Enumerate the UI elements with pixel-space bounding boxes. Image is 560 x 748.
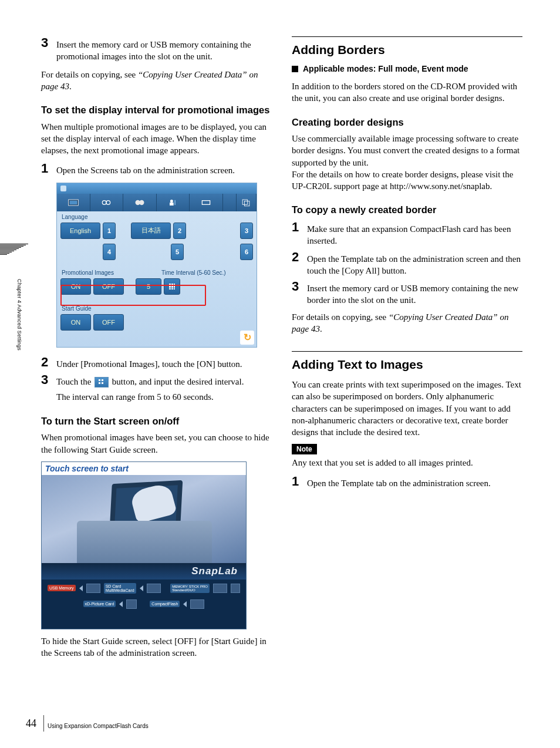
lang-slot-2: 2 <box>173 223 186 239</box>
body-text: To hide the Start Guide screen, select [… <box>41 635 272 659</box>
footer-section-title: Using Expansion CompactFlash Cards <box>48 718 149 729</box>
lang-slot-1: 1 <box>103 223 116 239</box>
lang-slot-3: 3 <box>240 223 253 239</box>
admin-tab-row <box>57 194 257 211</box>
text: Touch the <box>56 377 93 386</box>
start-guide-on-button: ON <box>60 314 91 331</box>
heading-adding-text: Adding Text to Images <box>292 355 522 372</box>
step-text: Touch the button, and input the desired … <box>56 373 272 388</box>
step-text: Open the Screens tab on the administrati… <box>56 162 272 176</box>
svg-point-3 <box>106 200 110 204</box>
page-number: 44 <box>26 717 40 730</box>
snaplab-logo: SnapLab <box>42 563 246 579</box>
svg-rect-9 <box>202 200 210 204</box>
note-badge: Note <box>292 444 317 454</box>
start-guide-off-button: OFF <box>93 314 124 331</box>
svg-rect-7 <box>170 203 174 205</box>
step-text: Open the Template tab on the administrat… <box>307 251 522 277</box>
lock-icon <box>60 186 66 191</box>
body-text: When promotional images have been set, y… <box>41 432 272 456</box>
modes-text: Applicable modes: Full mode, Event mode <box>303 64 468 73</box>
tab-copy-icon <box>237 194 257 211</box>
svg-point-5 <box>139 200 144 204</box>
tab-user-icon <box>157 194 190 211</box>
body-text: The interval can range from 5 to 60 seco… <box>56 391 272 403</box>
heading-creating-border: Creating border designs <box>292 116 522 129</box>
step-number: 3 <box>41 36 56 63</box>
step-text: Make sure that an expansion CompactFlash… <box>307 221 522 247</box>
body-text: Use commercially available image process… <box>292 133 522 192</box>
touch-to-start-label: Touch screen to start <box>42 462 246 475</box>
japanese-button: 日本語 <box>131 223 171 239</box>
heading-start-screen: To turn the Start screen on/off <box>41 415 272 427</box>
lang-slot-5: 5 <box>171 244 184 260</box>
section-rule <box>292 36 522 37</box>
heading-copy-border: To copy a newly created border <box>292 204 522 216</box>
text: For details on copying, see <box>292 312 389 322</box>
refresh-icon: ↻ <box>240 331 254 345</box>
heading-set-interval: To set the display interval for promotio… <box>41 104 272 116</box>
right-column: Adding Borders Applicable modes: Full mo… <box>292 36 522 665</box>
copy-details-ref: For details on copying, see “Copying Use… <box>41 69 272 93</box>
copy-details-ref: For details on copying, see “Copying Use… <box>292 311 522 335</box>
lang-slot-4: 4 <box>103 244 116 260</box>
text: . <box>320 324 322 333</box>
note-text: Any text that you set is added to all im… <box>292 457 522 469</box>
svg-rect-8 <box>175 200 176 204</box>
keypad-icon <box>95 377 109 388</box>
interval-keypad-button <box>164 278 180 295</box>
body-text: When multiple promotional images are to … <box>41 121 272 157</box>
step-text: Insert the memory card or USB memory con… <box>56 36 272 63</box>
text: For details on copying, see <box>41 70 138 79</box>
body-text: You can create prints with text superimp… <box>292 379 522 438</box>
svg-rect-10 <box>243 200 248 204</box>
step-text: Open the Template tab on the administrat… <box>307 475 522 489</box>
section-rule <box>292 351 522 352</box>
promo-on-button: ON <box>60 278 91 295</box>
svg-rect-11 <box>245 201 249 205</box>
step-number: 3 <box>292 280 307 306</box>
svg-point-6 <box>170 200 173 203</box>
promo-off-button: OFF <box>93 278 124 295</box>
tab-globe-icon <box>123 194 157 211</box>
xd-slot-label: xD-Picture Card <box>83 601 116 607</box>
step-number: 1 <box>41 162 56 176</box>
admin-screen-figure: Language English 1 日本語 2 3 4 5 6 <box>56 183 257 348</box>
cf-slot-label: CompactFlash <box>150 601 180 607</box>
sd-slot-label: SD Card MultiMediaCard <box>104 583 136 594</box>
promo-images-label: Promotional Images <box>57 267 157 277</box>
english-button: English <box>60 223 100 239</box>
interval-value: 5 <box>136 278 161 295</box>
tab-screens-icon <box>57 194 90 211</box>
page-footer: 44 Using Expansion CompactFlash Cards <box>26 715 149 732</box>
usb-slot-label: USB Memory <box>48 585 76 591</box>
language-label: Language <box>57 211 257 221</box>
footer-separator <box>43 715 44 732</box>
chapter-label: Chapter 4 Advanced Settings <box>16 279 22 351</box>
tab-gears-icon <box>90 194 124 211</box>
ms-slot-label: MEMORY STICK PRO Standard/DUO <box>170 584 210 593</box>
svg-point-2 <box>103 200 107 204</box>
start-guide-label: Start Guide <box>57 303 257 313</box>
tab-card-icon <box>190 194 223 211</box>
step-text: Insert the memory card or USB memory con… <box>307 280 522 306</box>
svg-rect-1 <box>69 200 77 204</box>
step-text: Under [Promotional Images], touch the [O… <box>56 356 272 370</box>
lang-slot-6: 6 <box>240 244 253 260</box>
text: button, and input the desired interval. <box>110 377 244 386</box>
left-column: 3 Insert the memory card or USB memory c… <box>41 36 272 665</box>
applicable-modes-line: Applicable modes: Full mode, Event mode <box>292 64 522 73</box>
step-number: 2 <box>292 251 307 277</box>
time-interval-label: Time Interval (5-60 Sec.) <box>157 267 257 277</box>
step-number: 1 <box>292 475 307 489</box>
heading-adding-borders: Adding Borders <box>292 41 522 57</box>
sidebar-decorative-lines <box>0 244 28 255</box>
step-number: 1 <box>292 221 307 247</box>
text: . <box>69 82 72 91</box>
square-bullet-icon <box>292 66 298 72</box>
body-text: In addition to the borders stored on the… <box>292 80 522 105</box>
start-screen-figure: Touch screen to start SnapLab USB Memory… <box>41 461 247 629</box>
step-number: 2 <box>41 356 56 370</box>
step-number: 3 <box>41 373 56 388</box>
